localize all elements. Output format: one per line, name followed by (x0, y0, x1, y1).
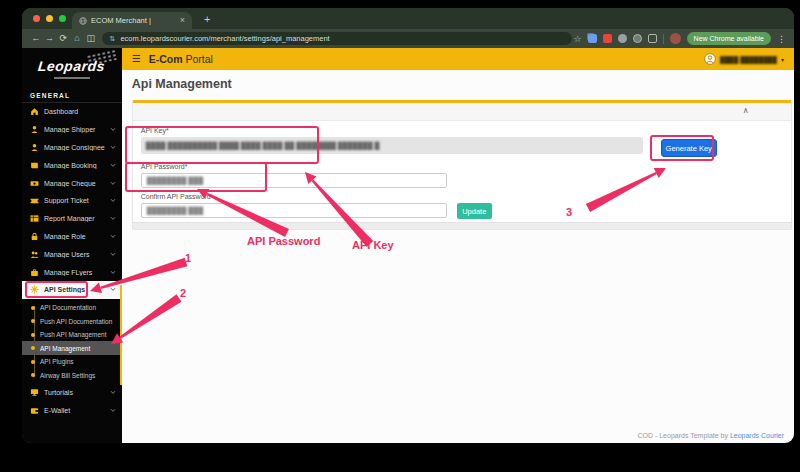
extension-blue-icon[interactable] (588, 34, 597, 43)
ticket-icon (30, 196, 39, 205)
sidebar: Leopards GENERAL DashboardManage Shipper… (22, 48, 122, 443)
browser-tab[interactable]: ECOM Merchant | × (72, 12, 192, 29)
chevron-down-icon (110, 390, 116, 395)
user-menu[interactable]: ████ ████████ ▾ (704, 53, 784, 65)
bullet-dot-icon (31, 333, 35, 337)
api-password-input[interactable]: ████████ ███ (141, 173, 447, 188)
chrome-update-pill[interactable]: New Chrome available (687, 32, 771, 45)
api-management-card: ∧ API Key* ████ ██████████ ████ ████ ███… (132, 100, 792, 230)
profile-avatar[interactable] (670, 33, 681, 44)
extensions-puzzle-icon[interactable] (648, 34, 657, 43)
user-icon (704, 53, 716, 65)
card-footer (133, 222, 791, 229)
api-key-label: API Key* (141, 127, 169, 134)
sidebar-subitem-api-plugins[interactable]: API Plugins (22, 355, 122, 369)
url-bar[interactable]: ⇅ ecom.leopardscourier.com/merchant/sett… (102, 32, 572, 45)
toolbar-separator (663, 34, 664, 44)
minimize-window-button[interactable] (46, 15, 53, 22)
book-icon (30, 161, 39, 170)
sidebar-section-general: GENERAL (22, 88, 122, 103)
app-viewport: Leopards GENERAL DashboardManage Shipper… (22, 48, 794, 443)
bullet-dot-icon (31, 373, 35, 377)
flyer-icon (30, 268, 39, 277)
wallet-icon (30, 406, 39, 415)
generate-key-button[interactable]: Generate Key (661, 139, 717, 157)
maximize-window-button[interactable] (59, 15, 66, 22)
browser-window: ECOM Merchant | × + ← → ⟳ ⌂ ◫ ⇅ ecom.leo… (22, 8, 794, 443)
bullet-dot-icon (31, 319, 35, 323)
sidebar-item-manage-booking[interactable]: Manage Booking (22, 156, 122, 174)
report-icon (30, 214, 39, 223)
update-button[interactable]: Update (457, 203, 492, 219)
sidebar-subitem-airway-bill-settings[interactable]: Airway Bill Settings (22, 368, 122, 382)
chevron-down-icon (110, 127, 116, 132)
sidebar-item-dashboard[interactable]: Dashboard (22, 103, 122, 121)
sidebar-subitem-api-management[interactable]: API Management (22, 341, 122, 355)
card-header: ∧ (133, 103, 791, 121)
sidebar-item-manage-users[interactable]: Manage Users (22, 245, 122, 263)
sidebar-menu: DashboardManage ShipperManage ConsigneeM… (22, 103, 122, 419)
toolbar-right-cluster: ☆ New Chrome available ⋮ (574, 32, 787, 45)
chevron-down-icon (110, 198, 116, 203)
chevron-down-icon (110, 145, 116, 150)
user-name-redacted: ████ ████████ (720, 56, 777, 63)
reload-icon[interactable]: ⟳ (57, 29, 69, 48)
close-window-button[interactable] (33, 15, 40, 22)
chevron-down-icon (110, 408, 116, 413)
lock-icon (30, 232, 39, 241)
new-tab-button[interactable]: + (204, 12, 210, 27)
logo-tagline (54, 77, 90, 79)
chevron-down-icon (110, 252, 116, 257)
sidebar-item-manage-role[interactable]: Manage Role (22, 228, 122, 246)
leopards-logo[interactable]: Leopards (22, 48, 122, 88)
sidebar-subitem-api-documentation[interactable]: API Documentation (22, 301, 122, 315)
extension-gear-icon[interactable] (633, 34, 642, 43)
sidebar-item-support-ticket[interactable]: Support Ticket (22, 192, 122, 210)
sidebar-item-manage-flyers[interactable]: Manage FLyers (22, 263, 122, 281)
users-icon (30, 250, 39, 259)
extension-red-icon[interactable] (603, 34, 612, 43)
hamburger-menu-icon[interactable]: ☰ (132, 54, 141, 64)
sidebar-item-api-settings[interactable]: API Settings (22, 281, 122, 299)
api-key-input[interactable]: ████ ██████████ ████ ████ ████ ██ ██████… (141, 137, 643, 154)
extension-circle-icon[interactable] (618, 34, 627, 43)
sidebar-item-manage-shipper[interactable]: Manage Shipper (22, 121, 122, 139)
chevron-down-icon (110, 181, 116, 186)
collapse-chevron-icon[interactable]: ∧ (743, 106, 749, 115)
chevron-down-icon (110, 216, 116, 221)
chevron-down-icon: ▾ (781, 56, 784, 63)
browser-menu-icon[interactable]: ⋮ (777, 34, 786, 44)
sidebar-subitem-push-api-documentation[interactable]: Push API Documentation (22, 314, 122, 328)
app-header: ☰ E-Com Portal ████ ████████ ▾ (122, 48, 794, 70)
chevron-down-icon (110, 270, 116, 275)
home-icon (30, 107, 39, 116)
forward-icon[interactable]: → (44, 29, 56, 48)
home-icon[interactable]: ⌂ (71, 29, 83, 48)
monitor-icon (30, 388, 39, 397)
gear-icon (30, 285, 39, 294)
confirm-api-password-input[interactable]: ████████ ███ (141, 203, 447, 218)
bullet-dot-icon (31, 360, 35, 364)
sidebar-item-turtorials[interactable]: Turtorials (22, 384, 122, 402)
close-tab-icon[interactable]: × (180, 16, 185, 25)
sidebar-item-e-wallet[interactable]: E-Wallet (22, 402, 122, 420)
chevron-down-icon (110, 163, 116, 168)
browser-toolbar: ← → ⟳ ⌂ ◫ ⇅ ecom.leopardscourier.com/mer… (22, 29, 794, 48)
sidebar-item-manage-consignee[interactable]: Manage Consignee (22, 139, 122, 157)
globe-favicon-icon (79, 17, 87, 25)
site-settings-icon[interactable]: ⇅ (110, 35, 116, 42)
leopards-courier-link[interactable]: Leopards Courier (730, 432, 784, 439)
sidebar-subitem-push-api-management[interactable]: Push API Management (22, 328, 122, 342)
user-icon (30, 143, 39, 152)
chevron-down-icon (110, 287, 116, 292)
back-icon[interactable]: ← (30, 29, 42, 48)
main-content: ☰ E-Com Portal ████ ████████ ▾ Api Manag… (122, 48, 794, 443)
cheque-icon (30, 179, 39, 188)
api-settings-submenu: API DocumentationPush API DocumentationP… (22, 299, 122, 384)
bookmark-star-icon[interactable]: ☆ (574, 34, 582, 44)
traffic-lights (33, 15, 66, 22)
side-panel-icon[interactable]: ◫ (85, 29, 97, 48)
page-footer: COD - Leopards Template by Leopards Cour… (637, 432, 784, 439)
sidebar-item-report-manager[interactable]: Report Manager (22, 210, 122, 228)
sidebar-item-manage-cheque[interactable]: Manage Cheque (22, 174, 122, 192)
